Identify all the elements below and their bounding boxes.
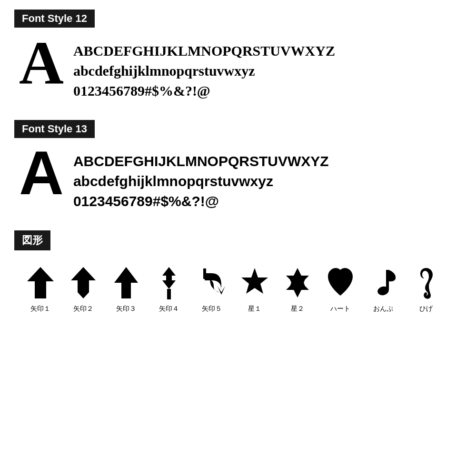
svg-marker-3 bbox=[162, 267, 176, 289]
mustache-svg bbox=[412, 266, 440, 299]
mustache-label: ひげ bbox=[419, 305, 433, 313]
shape-heart: ハート bbox=[319, 264, 362, 313]
font-style-13-label: Font Style 13 bbox=[14, 120, 95, 138]
shape-arrow5: 矢印５ bbox=[190, 264, 233, 313]
arrow4-icon bbox=[152, 264, 186, 302]
font-12-lowercase: abcdefghijklmnopqrstuvwxyz bbox=[73, 61, 335, 81]
heart-icon bbox=[324, 264, 357, 302]
arrow1-svg bbox=[26, 266, 55, 299]
arrow2-svg bbox=[69, 266, 98, 299]
arrow4-svg bbox=[155, 266, 183, 299]
shape-arrow1: 矢印１ bbox=[19, 264, 62, 313]
font-style-13-section: Font Style 13 A ABCDEFGHIJKLMNOPQRSTUVWX… bbox=[14, 120, 462, 211]
font-style-12-label: Font Style 12 bbox=[14, 10, 95, 28]
star1-icon bbox=[238, 264, 271, 302]
arrow5-label: 矢印５ bbox=[202, 305, 222, 313]
font-13-numbers: 0123456789#$%&?!@ bbox=[73, 191, 329, 211]
shape-arrow4: 矢印４ bbox=[148, 264, 190, 313]
shape-arrow2: 矢印２ bbox=[62, 264, 105, 313]
font-12-demo: A ABCDEFGHIJKLMNOPQRSTUVWXYZ abcdefghijk… bbox=[14, 36, 462, 101]
svg-rect-8 bbox=[386, 270, 389, 290]
shapes-label: 図形 bbox=[14, 230, 50, 250]
shape-star1: 星１ bbox=[233, 264, 276, 313]
arrow3-label: 矢印３ bbox=[116, 305, 136, 313]
arrow1-icon bbox=[24, 264, 57, 302]
star1-svg bbox=[240, 266, 269, 299]
shape-note: おんぷ bbox=[362, 264, 405, 313]
arrow2-label: 矢印２ bbox=[73, 305, 93, 313]
svg-marker-2 bbox=[114, 267, 138, 298]
shape-star2: 星２ bbox=[276, 264, 319, 313]
svg-marker-1 bbox=[71, 267, 96, 298]
arrow3-svg bbox=[112, 266, 140, 299]
svg-marker-5 bbox=[241, 268, 268, 294]
arrow1-label: 矢印１ bbox=[30, 305, 50, 313]
font-style-12-section: Font Style 12 A ABCDEFGHIJKLMNOPQRSTUVWX… bbox=[14, 10, 462, 101]
font-12-big-letter: A bbox=[19, 31, 64, 93]
shape-arrow3: 矢印３ bbox=[105, 264, 148, 313]
mustache-icon bbox=[409, 264, 443, 302]
note-icon bbox=[367, 264, 400, 302]
heart-label: ハート bbox=[330, 305, 350, 313]
svg-marker-0 bbox=[27, 267, 54, 298]
arrow5-svg bbox=[198, 266, 226, 299]
shape-mustache: ひげ bbox=[405, 264, 447, 313]
shapes-section: 図形 矢印１ 矢印２ bbox=[14, 230, 462, 313]
font-13-chars: ABCDEFGHIJKLMNOPQRSTUVWXYZ abcdefghijklm… bbox=[73, 147, 329, 211]
heart-svg bbox=[326, 266, 355, 299]
star1-label: 星１ bbox=[248, 305, 261, 313]
star2-label: 星２ bbox=[291, 305, 304, 313]
font-12-uppercase: ABCDEFGHIJKLMNOPQRSTUVWXYZ bbox=[73, 41, 335, 61]
font-13-uppercase: ABCDEFGHIJKLMNOPQRSTUVWXYZ bbox=[73, 151, 329, 171]
page-container: Font Style 12 A ABCDEFGHIJKLMNOPQRSTUVWX… bbox=[0, 0, 476, 323]
note-label: おんぷ bbox=[373, 305, 393, 313]
shapes-grid: 矢印１ 矢印２ 矢印３ bbox=[14, 259, 462, 313]
arrow3-icon bbox=[109, 264, 143, 302]
arrow5-icon bbox=[195, 264, 228, 302]
font-13-lowercase: abcdefghijklmnopqrstuvwxyz bbox=[73, 171, 329, 191]
arrow4-label: 矢印４ bbox=[159, 305, 179, 313]
font-13-big-letter: A bbox=[19, 142, 64, 204]
svg-rect-4 bbox=[167, 289, 171, 299]
font-12-chars: ABCDEFGHIJKLMNOPQRSTUVWXYZ abcdefghijklm… bbox=[73, 36, 335, 101]
star2-svg bbox=[283, 266, 312, 299]
font-13-demo: A ABCDEFGHIJKLMNOPQRSTUVWXYZ abcdefghijk… bbox=[14, 147, 462, 211]
note-svg bbox=[369, 266, 397, 299]
font-12-numbers: 0123456789#$%&?!@ bbox=[73, 81, 335, 101]
star2-icon bbox=[281, 264, 314, 302]
arrow2-icon bbox=[67, 264, 100, 302]
